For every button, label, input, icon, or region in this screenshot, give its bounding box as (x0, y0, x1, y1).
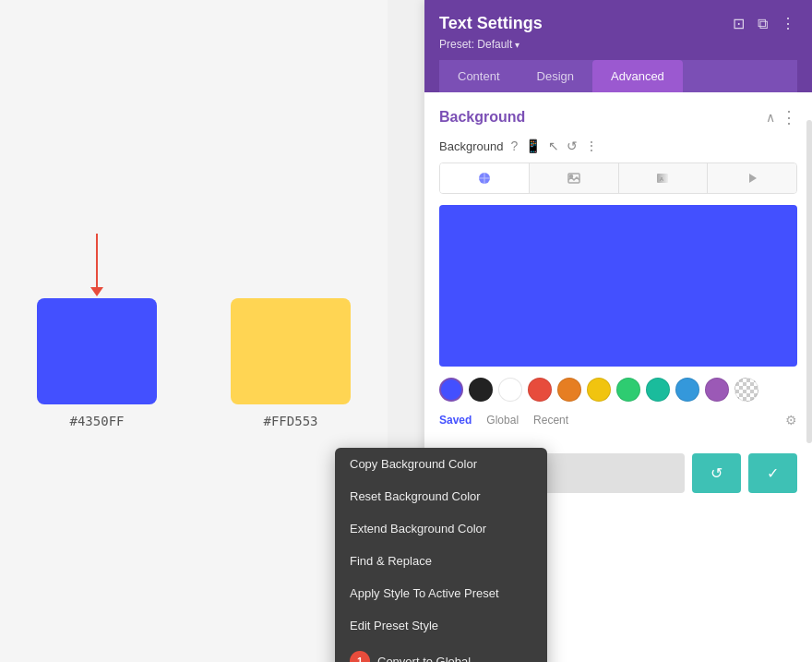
confirm-button[interactable]: ✓ (748, 453, 797, 493)
yellow-swatch[interactable] (231, 298, 351, 404)
tab-advanced[interactable]: Advanced (592, 60, 683, 92)
swatch-row: #4350FF #FFD553 (37, 234, 351, 428)
yellow-swatch-container: #FFD553 (231, 298, 351, 428)
svg-point-2 (569, 175, 572, 178)
find-replace-label: Find & Replace (350, 554, 432, 568)
arrow-container (96, 234, 98, 289)
color-dot-blue2[interactable] (675, 378, 699, 402)
color-dot-black[interactable] (469, 378, 493, 402)
bg-tab-video[interactable] (708, 163, 796, 193)
panel-title-row: Text Settings ⊡ ⧉ ⋮ (439, 13, 797, 34)
panel-title: Text Settings (439, 14, 543, 33)
color-preview (439, 205, 797, 367)
refresh-button[interactable]: ↺ (692, 453, 741, 493)
background-section: Background ∧ ⋮ Background ? 📱 ↖ ↺ ⋮ (424, 92, 812, 453)
section-header-right: ∧ ⋮ (766, 107, 797, 127)
help-icon[interactable]: ? (510, 138, 518, 153)
scrollbar[interactable] (806, 120, 812, 443)
bg-tab-image[interactable] (530, 163, 619, 193)
section-title: Background (439, 109, 525, 126)
section-more-icon[interactable]: ⋮ (781, 107, 797, 127)
color-dot-green[interactable] (616, 378, 640, 402)
reset-bg-label: Reset Background Color (350, 489, 481, 503)
context-menu-reset-bg[interactable]: Reset Background Color (335, 480, 547, 512)
extend-bg-label: Extend Background Color (350, 522, 486, 536)
meta-tab-saved[interactable]: Saved (439, 414, 472, 427)
context-menu: Copy Background Color Reset Background C… (335, 448, 547, 662)
mobile-icon[interactable]: 📱 (525, 138, 541, 153)
color-dot-yellow[interactable] (587, 378, 611, 402)
apply-style-label: Apply Style To Active Preset (350, 586, 499, 600)
color-meta-tabs: Saved Global Recent ⚙ (439, 413, 797, 427)
panel-header: Text Settings ⊡ ⧉ ⋮ Preset: Default Cont… (424, 0, 812, 92)
context-menu-edit-preset[interactable]: Edit Preset Style (335, 609, 547, 642)
panel-header-icons: ⊡ ⧉ ⋮ (731, 13, 797, 34)
blue-swatch[interactable] (37, 298, 157, 404)
cursor-icon[interactable]: ↖ (548, 138, 559, 153)
edit-preset-label: Edit Preset Style (350, 619, 438, 632)
screen-icon[interactable]: ⊡ (731, 13, 746, 34)
color-settings-icon[interactable]: ⚙ (785, 413, 797, 427)
section-header: Background ∧ ⋮ (439, 107, 797, 127)
color-swatches-row (439, 378, 797, 402)
color-dot-white[interactable] (498, 378, 522, 402)
color-dot-red[interactable] (528, 378, 552, 402)
collapse-icon[interactable]: ∧ (766, 110, 775, 125)
blue-swatch-label: #4350FF (69, 414, 124, 428)
yellow-swatch-label: #FFD553 (263, 414, 317, 428)
color-dot-transparent[interactable] (734, 378, 758, 402)
svg-marker-5 (749, 174, 757, 183)
bg-tab-color[interactable] (440, 163, 530, 193)
bg-label: Background (439, 139, 503, 153)
tab-content[interactable]: Content (439, 60, 519, 92)
color-dot-orange[interactable] (557, 378, 581, 402)
convert-global-label: Convert to Global (377, 655, 471, 663)
meta-tab-recent[interactable]: Recent (533, 414, 568, 427)
meta-tab-global[interactable]: Global (486, 414, 519, 427)
context-menu-convert-global[interactable]: 1 Convert to Global (335, 642, 547, 662)
preset-selector[interactable]: Preset: Default (439, 38, 797, 51)
more-bg-icon[interactable]: ⋮ (585, 138, 598, 153)
badge-1: 1 (350, 651, 370, 662)
context-menu-extend-bg[interactable]: Extend Background Color (335, 512, 547, 545)
panel-tabs: Content Design Advanced (439, 60, 797, 92)
bg-controls: Background ? 📱 ↖ ↺ ⋮ (439, 138, 797, 153)
context-menu-apply-style[interactable]: Apply Style To Active Preset (335, 577, 547, 609)
color-dot-teal[interactable] (646, 378, 670, 402)
reset-icon[interactable]: ↺ (567, 138, 578, 153)
color-dot-blue[interactable] (439, 378, 463, 402)
down-arrow (96, 234, 98, 289)
svg-text:A: A (660, 176, 663, 182)
swatch-area: #4350FF #FFD553 (0, 0, 388, 662)
context-menu-find-replace[interactable]: Find & Replace (335, 545, 547, 577)
bg-tab-gradient[interactable]: A (619, 163, 709, 193)
context-menu-copy-bg[interactable]: Copy Background Color (335, 448, 547, 480)
tab-design[interactable]: Design (519, 60, 592, 92)
bg-type-tabs: A (439, 162, 797, 194)
blue-swatch-container: #4350FF (37, 234, 157, 428)
copy-bg-label: Copy Background Color (350, 457, 477, 471)
split-icon[interactable]: ⧉ (756, 14, 770, 34)
more-options-icon[interactable]: ⋮ (779, 13, 797, 34)
color-dot-purple[interactable] (705, 378, 729, 402)
